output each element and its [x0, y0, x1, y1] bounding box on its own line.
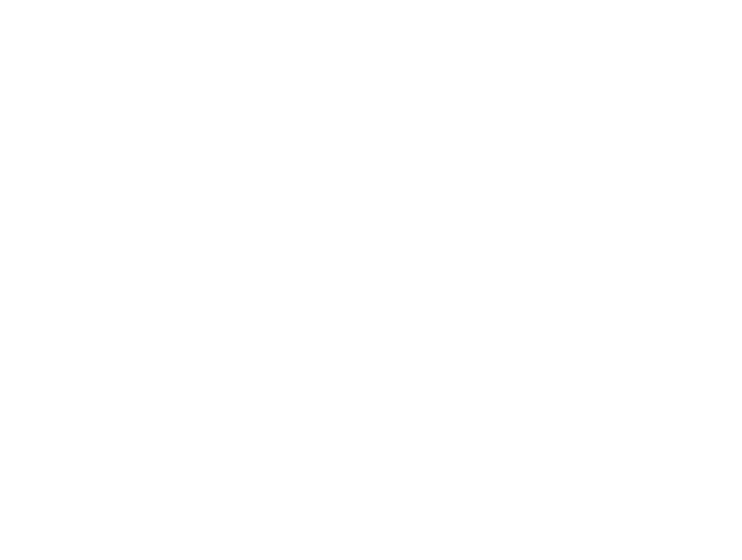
chart-plot-area — [30, 83, 734, 515]
